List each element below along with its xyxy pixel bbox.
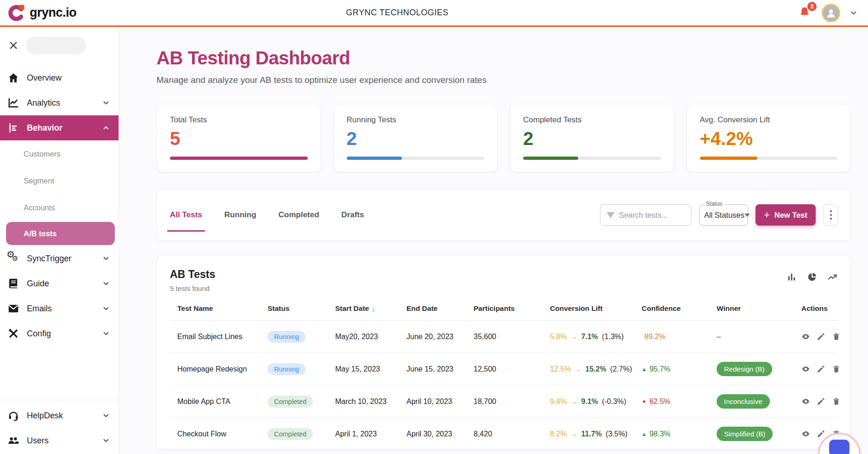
gears-icon: ⚙⚙: [7, 252, 19, 265]
company-name: GRYNC TECHNOLOGIES: [346, 8, 448, 18]
select-caret-icon: [744, 214, 750, 217]
sidebar-divider: [0, 400, 119, 400]
tab-running[interactable]: Running: [224, 208, 257, 222]
arrow-right-icon: →: [573, 365, 583, 373]
view-icon[interactable]: [801, 332, 810, 341]
test-name: Checkout Flow: [177, 430, 268, 438]
tab-completed[interactable]: Completed: [278, 208, 320, 222]
search-tests-input[interactable]: [619, 211, 686, 220]
column-header-winner[interactable]: Winner: [717, 304, 801, 313]
stat-progress-track: [170, 157, 308, 160]
sidebar-item-config[interactable]: Config: [0, 321, 119, 346]
trend-line-view-icon[interactable]: [827, 272, 837, 282]
table-row[interactable]: Mobile App CTA Completed March 10, 2023 …: [170, 385, 837, 418]
stat-progress-track: [523, 157, 661, 160]
home-icon: [7, 72, 19, 84]
table-row[interactable]: Email Subject Lines Running May20, 2023 …: [170, 321, 837, 353]
sidebar-item-overview[interactable]: Overview: [0, 65, 119, 90]
chevron-down-icon: [102, 329, 110, 338]
sidebar-item-guide[interactable]: Guide: [0, 271, 119, 296]
pie-chart-view-icon[interactable]: [807, 272, 817, 282]
edit-icon[interactable]: [817, 332, 825, 341]
column-header-actions: Actions: [801, 304, 837, 313]
column-header-status[interactable]: Status: [268, 304, 335, 313]
sidebar-item-segment[interactable]: Segment: [0, 167, 119, 194]
tools-icon: [7, 328, 19, 340]
view-icon[interactable]: [801, 429, 810, 438]
tab-drafts[interactable]: Drafts: [340, 208, 365, 222]
sidebar-subitem-label: Customers: [24, 150, 61, 158]
end-date: April 10, 2023: [406, 397, 474, 406]
test-name: Homepage Redesign: [177, 365, 268, 373]
winner-value: –: [717, 333, 721, 340]
filter-lines-icon: [606, 210, 615, 220]
account-menu-chevron-icon[interactable]: [849, 9, 858, 17]
end-date: June 15, 2023: [406, 365, 474, 373]
delete-icon[interactable]: [832, 365, 841, 373]
edit-icon[interactable]: [817, 365, 825, 373]
status-filter-select[interactable]: Status All Statuses: [699, 204, 748, 226]
column-header-confidence[interactable]: Confidence: [642, 304, 717, 313]
chevron-up-icon: [102, 124, 110, 132]
delete-icon[interactable]: [832, 332, 841, 341]
app-logo[interactable]: grync.io: [0, 4, 76, 22]
logo-mark-icon: [7, 4, 25, 22]
sidebar-item-label: Users: [27, 436, 102, 446]
table-row[interactable]: Homepage Redesign Running May 15, 2023 J…: [170, 353, 837, 385]
notifications-button[interactable]: 2: [799, 6, 812, 20]
close-sidebar-icon[interactable]: [8, 40, 19, 50]
view-icon[interactable]: [801, 397, 810, 406]
test-tabs: All Tests Running Completed Drafts: [169, 208, 385, 222]
stat-label: Total Tests: [170, 115, 308, 125]
stat-card-running-tests: Running Tests 2: [333, 104, 498, 172]
tab-all-tests[interactable]: All Tests: [169, 208, 203, 222]
sidebar: Overview Analytics Behavior Customers Se…: [0, 28, 119, 454]
test-name: Email Subject Lines: [177, 333, 268, 341]
bar-chart-view-icon[interactable]: [787, 272, 797, 282]
column-header-start-date[interactable]: Start Date ↓: [335, 304, 406, 313]
stat-label: Completed Tests: [523, 115, 661, 125]
winner-badge: Inconclusive: [717, 394, 770, 409]
table-row[interactable]: Checkout Flow Completed April 1, 2023 Ap…: [170, 418, 837, 450]
confidence: ▲ 95.7%: [642, 365, 717, 373]
stat-progress-fill: [170, 157, 308, 160]
sidebar-subitem-label: Segment: [24, 177, 54, 185]
user-avatar[interactable]: [822, 4, 840, 22]
edit-icon[interactable]: [817, 397, 825, 406]
chevron-down-icon: [102, 304, 110, 313]
sidebar-item-synctrigger[interactable]: ⚙⚙ SyncTrigger: [0, 246, 119, 271]
winner-badge: Redesign (B): [717, 362, 772, 376]
winner-badge: Simplified (B): [717, 427, 773, 441]
start-date: March 10, 2023: [335, 397, 406, 406]
ab-tests-card: AB Tests 5 tests found Test Name Status …: [156, 255, 851, 449]
sidebar-item-helpdesk[interactable]: HelpDesk: [0, 403, 119, 428]
table-title: AB Tests: [170, 268, 215, 281]
sidebar-item-label: Emails: [27, 304, 102, 314]
view-icon[interactable]: [801, 365, 810, 373]
sidebar-item-customers[interactable]: Customers: [0, 140, 119, 167]
sort-descending-icon[interactable]: ↓: [372, 305, 375, 313]
column-header-test-name[interactable]: Test Name: [177, 304, 268, 313]
sidebar-item-ab-tests[interactable]: A/B tests: [6, 222, 115, 245]
new-test-button[interactable]: + New Test: [756, 204, 816, 226]
page-title: AB Testing Dashboard: [156, 48, 851, 69]
table-count: 5 tests found: [170, 284, 215, 292]
edit-icon[interactable]: [817, 429, 825, 438]
sidebar-item-users[interactable]: Users: [0, 428, 119, 453]
plus-icon: +: [764, 210, 770, 220]
stat-progress-track: [700, 157, 838, 160]
sidebar-item-accounts[interactable]: Accounts: [0, 194, 119, 221]
main-content: AB Testing Dashboard Manage and analyze …: [119, 28, 868, 454]
stat-progress-fill: [700, 157, 758, 160]
notification-badge: 2: [807, 2, 817, 11]
more-options-button[interactable]: [823, 204, 838, 226]
delete-icon[interactable]: [832, 397, 841, 406]
column-header-participants[interactable]: Participants: [474, 304, 550, 313]
sidebar-item-behavior[interactable]: Behavior: [0, 115, 119, 140]
sidebar-item-emails[interactable]: Emails: [0, 296, 119, 321]
logo-text: grync.io: [30, 6, 76, 20]
column-header-end-date[interactable]: End Date: [406, 304, 474, 313]
column-header-conversion-lift[interactable]: Conversion Lift: [550, 304, 642, 313]
sidebar-item-analytics[interactable]: Analytics: [0, 90, 119, 115]
status-select-label: Status: [704, 201, 724, 207]
